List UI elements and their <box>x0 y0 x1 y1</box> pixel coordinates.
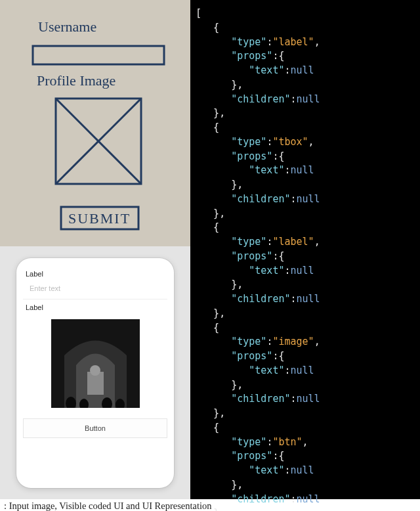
phone-preview-panel: Label Enter text Label <box>0 246 190 499</box>
phone-text-input[interactable]: Enter text <box>23 280 167 300</box>
sketch-panel: Username Profile Image SUBMIT <box>0 0 190 246</box>
phone-label-1: Label <box>23 266 167 280</box>
phone-button[interactable]: Button <box>23 418 167 438</box>
sketch-submit-label: SUBMIT <box>68 210 131 227</box>
svg-point-4 <box>90 365 100 376</box>
phone-frame: Label Enter text Label <box>16 258 174 488</box>
phone-image-placeholder <box>51 319 140 408</box>
phone-label-2: Label <box>23 300 167 314</box>
sketch-username-label: Username <box>38 18 96 35</box>
sketch-profile-label: Profile Image <box>37 72 116 89</box>
code-panel: [ { "type":"label", "props":{ "text":nul… <box>190 0 420 499</box>
sketch-textbox <box>33 46 164 64</box>
